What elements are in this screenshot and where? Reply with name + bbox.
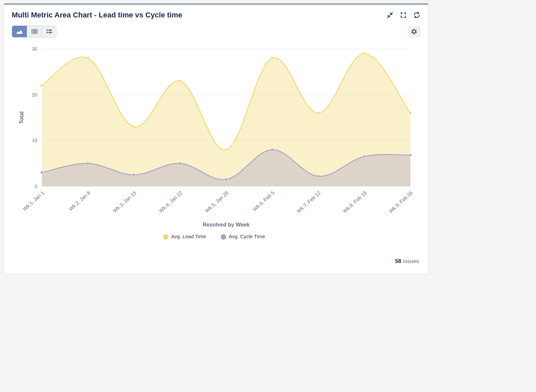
chart-area: 0102030Wk.1, Jan 1Wk.2, Jan 8Wk.3, Jan 1… bbox=[4, 39, 428, 255]
svg-rect-8 bbox=[47, 32, 48, 33]
svg-point-25 bbox=[363, 52, 366, 55]
list-view-button[interactable] bbox=[42, 26, 56, 37]
svg-rect-9 bbox=[49, 32, 52, 33]
svg-text:Wk.6, Feb 5: Wk.6, Feb 5 bbox=[252, 190, 275, 212]
svg-point-27 bbox=[41, 171, 43, 174]
svg-text:0: 0 bbox=[35, 184, 37, 189]
svg-text:Avg. Lead Time: Avg. Lead Time bbox=[171, 234, 206, 239]
expand-icon[interactable] bbox=[400, 11, 407, 19]
table-view-button[interactable] bbox=[27, 26, 42, 37]
collapse-icon[interactable] bbox=[386, 11, 394, 19]
svg-text:Wk.2, Jan 8: Wk.2, Jan 8 bbox=[68, 190, 91, 212]
gear-icon bbox=[411, 28, 417, 35]
svg-point-33 bbox=[317, 175, 320, 178]
svg-text:Wk.1, Jan 1: Wk.1, Jan 1 bbox=[22, 190, 45, 212]
svg-point-49 bbox=[221, 234, 226, 240]
svg-rect-6 bbox=[47, 29, 48, 31]
issue-label: issues bbox=[403, 258, 419, 264]
table-icon bbox=[31, 29, 38, 34]
svg-point-47 bbox=[163, 234, 169, 240]
settings-button[interactable] bbox=[408, 26, 420, 37]
svg-point-32 bbox=[271, 148, 274, 151]
refresh-icon[interactable] bbox=[413, 11, 420, 19]
svg-point-20 bbox=[133, 125, 135, 128]
svg-rect-7 bbox=[49, 29, 52, 31]
issue-count: 58 bbox=[395, 258, 401, 264]
svg-point-26 bbox=[409, 112, 412, 114]
area-chart: 0102030Wk.1, Jan 1Wk.2, Jan 8Wk.3, Jan 1… bbox=[12, 42, 420, 253]
area-chart-icon bbox=[16, 29, 22, 34]
svg-point-28 bbox=[87, 162, 89, 165]
header-actions bbox=[386, 11, 420, 19]
chart-card: Multi Metric Area Chart - Lead time vs C… bbox=[3, 3, 429, 274]
svg-point-22 bbox=[225, 148, 227, 151]
chart-view-button[interactable] bbox=[12, 26, 27, 37]
svg-point-29 bbox=[133, 174, 135, 176]
svg-rect-0 bbox=[16, 33, 22, 34]
svg-text:Total: Total bbox=[19, 111, 24, 124]
svg-text:Avg. Cycle Time: Avg. Cycle Time bbox=[229, 234, 265, 239]
toolbar bbox=[4, 23, 428, 39]
svg-rect-1 bbox=[32, 29, 37, 34]
card-header: Multi Metric Area Chart - Lead time vs C… bbox=[4, 5, 428, 23]
svg-text:30: 30 bbox=[32, 46, 37, 52]
svg-point-24 bbox=[317, 112, 320, 114]
svg-text:Wk.7, Feb 12: Wk.7, Feb 12 bbox=[295, 190, 322, 214]
svg-text:Resolved by Week: Resolved by Week bbox=[203, 222, 250, 227]
svg-point-21 bbox=[179, 80, 182, 82]
footer: 58 issues bbox=[4, 255, 428, 274]
svg-point-34 bbox=[363, 155, 366, 158]
svg-point-19 bbox=[87, 57, 89, 59]
svg-text:Wk.8, Feb 19: Wk.8, Feb 19 bbox=[342, 190, 368, 214]
svg-point-31 bbox=[225, 178, 227, 181]
card-title: Multi Metric Area Chart - Lead time vs C… bbox=[12, 11, 182, 19]
svg-text:20: 20 bbox=[32, 92, 37, 97]
svg-point-30 bbox=[179, 162, 182, 165]
svg-text:Wk.4, Jan 22: Wk.4, Jan 22 bbox=[158, 190, 183, 214]
list-icon bbox=[46, 29, 52, 34]
svg-text:Wk.3, Jan 15: Wk.3, Jan 15 bbox=[112, 190, 137, 214]
svg-point-18 bbox=[41, 84, 43, 87]
svg-text:10: 10 bbox=[32, 138, 37, 143]
svg-point-23 bbox=[271, 57, 274, 59]
svg-point-35 bbox=[409, 154, 412, 156]
view-toggle bbox=[12, 25, 57, 38]
svg-text:Wk.9, Feb 26: Wk.9, Feb 26 bbox=[388, 190, 414, 214]
svg-text:Wk.5, Jan 29: Wk.5, Jan 29 bbox=[204, 190, 229, 214]
